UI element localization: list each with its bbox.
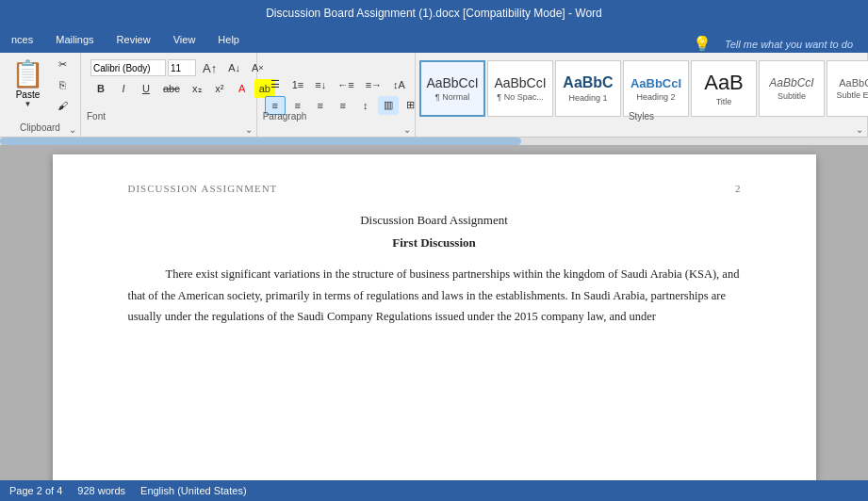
doc-title: Discussion Board Assignment xyxy=(128,213,741,228)
paste-icon: 📋 xyxy=(11,61,44,88)
title-bar-text: Discussion Board Assignment (1).docx [Co… xyxy=(266,7,602,20)
font-section: A↑ A↓ A× B I U abc x₂ x² A ab Font ⌄ xyxy=(81,53,257,137)
multilevel-button[interactable]: ≡↓ xyxy=(310,75,331,94)
clipboard-expand-icon[interactable]: ⌄ xyxy=(69,124,76,135)
doc-page: DISCUSSION ASSIGNMENT 2 Discussion Board… xyxy=(53,154,816,480)
title-bar: Discussion Board Assignment (1).docx [Co… xyxy=(0,0,868,26)
paragraph-expand-icon[interactable]: ⌄ xyxy=(403,124,411,135)
doc-body[interactable]: There exist significant variations in th… xyxy=(128,264,741,328)
paragraph-label: Paragraph xyxy=(263,111,307,121)
clipboard-section: 📋 Paste ▼ ✂ ⎘ 🖌 Clipboard ⌄ xyxy=(0,53,81,137)
underline-button[interactable]: U xyxy=(136,79,156,98)
style-heading2[interactable]: AaBbCcI Heading 2 xyxy=(623,60,689,117)
bullets-button[interactable]: ☰ xyxy=(265,75,286,94)
format-painter-button[interactable]: 🖌 xyxy=(52,96,73,115)
paragraph-section: ☰ 1≡ ≡↓ ←≡ ≡→ ↕A ¶ ≡ ≡ ≡ ≡ ↕ ▥ ⊞ Paragra… xyxy=(257,53,416,137)
page-info: Page 2 of 4 xyxy=(9,485,62,496)
page-header: DISCUSSION ASSIGNMENT 2 xyxy=(128,183,741,194)
cut-copy-group: ✂ ⎘ 🖌 xyxy=(52,55,73,115)
tab-references[interactable]: nces xyxy=(0,26,44,53)
sort-button[interactable]: ↕A xyxy=(388,75,410,94)
align-right-button[interactable]: ≡ xyxy=(310,96,331,115)
copy-button[interactable]: ⎘ xyxy=(52,75,73,94)
strikethrough-button[interactable]: abc xyxy=(158,79,185,98)
word-count: 928 words xyxy=(77,485,125,496)
tab-view[interactable]: View xyxy=(162,26,207,53)
subscript-button[interactable]: x₂ xyxy=(187,79,207,98)
horizontal-scrollbar[interactable] xyxy=(0,137,868,145)
justify-button[interactable]: ≡ xyxy=(333,96,353,115)
language: English (United States) xyxy=(140,485,247,496)
font-color-button[interactable]: A xyxy=(232,79,253,98)
document-area: DISCUSSION ASSIGNMENT 2 Discussion Board… xyxy=(0,145,868,480)
lightbulb-icon: 💡 xyxy=(693,35,712,53)
style-subtitle[interactable]: AaBbCcI Subtitle xyxy=(759,60,825,117)
style-title[interactable]: AaB Title xyxy=(691,60,757,117)
ribbon-tabs: nces Mailings Review View Help 💡 Tell me… xyxy=(0,26,868,53)
style-no-space[interactable]: AaBbCcI ¶ No Spac... xyxy=(487,60,553,117)
styles-section: AaBbCcI ¶ Normal AaBbCcI ¶ No Spac... Aa… xyxy=(416,53,868,137)
cut-button[interactable]: ✂ xyxy=(52,55,73,73)
header-left: DISCUSSION ASSIGNMENT xyxy=(128,183,278,194)
font-expand-icon[interactable]: ⌄ xyxy=(245,124,253,135)
increase-indent-button[interactable]: ≡→ xyxy=(361,75,386,94)
increase-font-button[interactable]: A↑ xyxy=(198,58,221,77)
numbering-button[interactable]: 1≡ xyxy=(287,75,309,94)
font-name-input[interactable] xyxy=(90,59,166,76)
tab-review[interactable]: Review xyxy=(106,26,162,53)
ribbon: 📋 Paste ▼ ✂ ⎘ 🖌 Clipboard ⌄ A↑ A↓ A× B xyxy=(0,53,868,137)
body-paragraph-1: There exist significant variations in th… xyxy=(128,264,741,328)
header-right: 2 xyxy=(735,183,741,194)
style-subtle-em[interactable]: AaBbCcI Subtle Em... xyxy=(827,60,868,117)
status-bar: Page 2 of 4 928 words English (United St… xyxy=(0,480,868,501)
superscript-button[interactable]: x² xyxy=(209,79,230,98)
clipboard-label: Clipboard xyxy=(20,122,60,133)
line-spacing-button[interactable]: ↕ xyxy=(355,96,376,115)
tab-mailings[interactable]: Mailings xyxy=(44,26,105,53)
bold-button[interactable]: B xyxy=(90,79,111,98)
shading-button[interactable]: ▥ xyxy=(378,96,399,115)
tab-help[interactable]: Help xyxy=(206,26,251,53)
tell-me-input[interactable]: Tell me what you want to do xyxy=(717,37,860,52)
styles-label: Styles xyxy=(629,111,654,121)
style-normal[interactable]: AaBbCcI ¶ Normal xyxy=(419,60,485,117)
font-size-input[interactable] xyxy=(168,59,196,76)
font-label: Font xyxy=(87,111,106,121)
style-heading1[interactable]: AaBbC Heading 1 xyxy=(555,60,621,117)
italic-button[interactable]: I xyxy=(113,79,134,98)
styles-expand-icon[interactable]: ⌄ xyxy=(856,124,863,135)
decrease-indent-button[interactable]: ←≡ xyxy=(333,75,358,94)
doc-first-heading: First Discussion xyxy=(128,235,741,250)
decrease-font-button[interactable]: A↓ xyxy=(223,58,245,77)
paste-button[interactable]: 📋 Paste ▼ xyxy=(8,57,48,112)
